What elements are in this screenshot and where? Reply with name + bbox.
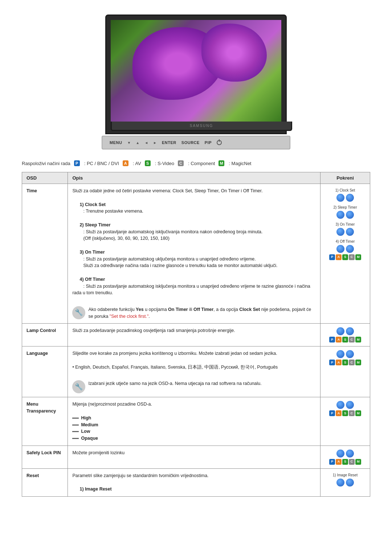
modes-section: Raspoloživi načini rada P : PC / BNC / D… xyxy=(22,160,370,166)
main-table: OSD Opis Pokreni Time Služi za odabir je… xyxy=(22,172,370,497)
language-note: 🔧 Izabrani jezik utječe samo na jezik OS… xyxy=(72,380,316,393)
monitor-controls: MENU ▼ ▲ ◄ ► ENTER SOURCE PIP xyxy=(102,136,290,149)
nav-btn-4b xyxy=(346,245,354,253)
time-note: 🔧 Ako odaberete funkciju Yes u opcijama … xyxy=(72,306,316,320)
osd-transparency: Menu Transparency xyxy=(22,397,68,446)
pascm-lamp-s: S xyxy=(342,337,348,342)
nav-btn-4a xyxy=(336,245,344,253)
pascm-safety-a: A xyxy=(336,459,342,465)
pascm-trans-a: A xyxy=(336,410,342,416)
osd-safety: Safety Lock PIN xyxy=(22,446,68,468)
modes-label: Raspoloživi načini rada xyxy=(22,161,70,166)
pascm-trans-p: P xyxy=(329,410,335,416)
nav-btn-safety-a xyxy=(336,450,344,457)
nav-btn-3b xyxy=(346,228,354,236)
pascm-trans-c: C xyxy=(349,410,355,416)
nav-btn-3a xyxy=(336,228,344,236)
badge-p: P xyxy=(74,160,80,166)
ctrl-right: ► xyxy=(153,141,157,145)
pascm-lang-s: S xyxy=(342,360,348,365)
opis-time: Služi za odabir jedne od četiri postavke… xyxy=(68,184,320,324)
ctrl-menu: MENU xyxy=(110,140,122,145)
pokreni-transparency: P A S C M xyxy=(320,397,370,446)
nav-btn-lamp-a xyxy=(336,327,344,335)
mode-s-text: : S-Video xyxy=(155,161,174,166)
nav-btn-trans-a xyxy=(336,401,344,409)
opis-language: Slijedite ove korake za promjenu jezika … xyxy=(68,346,320,397)
pascm-safety-p: P xyxy=(329,459,335,465)
ctrl-pip: PIP xyxy=(205,140,212,145)
osd-lamp: Lamp Control xyxy=(22,324,68,346)
pokreni-lamp: P A S C M xyxy=(320,324,370,346)
pascm-safety-s: S xyxy=(342,459,348,465)
nav-btn-reset-b xyxy=(346,479,354,487)
opis-safety: Možete promijeniti lozinku xyxy=(68,446,320,468)
pascm-trans-s: S xyxy=(342,410,348,416)
opis-reset: Parametri slike zamjenjuju se standardni… xyxy=(68,468,320,496)
badge-c: C xyxy=(178,160,184,166)
nav-btn-lang-b xyxy=(346,350,354,358)
pascm-c: C xyxy=(349,254,355,260)
pokreni-safety: P A S C M xyxy=(320,446,370,468)
opis-lamp: Služi za podešavanje pozadinskog osvjetl… xyxy=(68,324,320,346)
pascm-safety-c: C xyxy=(349,459,355,465)
pascm-lang-a: A xyxy=(336,360,342,365)
badge-a: A xyxy=(123,160,128,166)
samsung-label: SAMSUNG xyxy=(116,124,287,128)
osd-reset: Reset xyxy=(22,468,68,496)
pascm-lang-c: C xyxy=(349,360,355,365)
ctrl-down: ▼ xyxy=(127,141,131,145)
osd-language: Language xyxy=(22,346,68,397)
row-lamp: Lamp Control Služi za podešavanje pozadi… xyxy=(22,324,370,346)
nav-btn-lamp-b xyxy=(346,327,354,335)
pascm-a: A xyxy=(336,254,342,260)
header-pokreni: Pokreni xyxy=(320,172,370,184)
opis-transparency: Mijenja (ne)prozirnost pozadine OSD-a. H… xyxy=(68,397,320,446)
nav-btn-lang-a xyxy=(336,350,344,358)
badge-s: S xyxy=(145,160,151,166)
pascm-lang-p: P xyxy=(329,360,335,365)
pascm-m: M xyxy=(355,254,361,260)
note-icon-lang: 🔧 xyxy=(72,380,85,393)
row-language: Language Slijedite ove korake za promjen… xyxy=(22,346,370,397)
pascm-s: S xyxy=(342,254,348,260)
pascm-lamp-c: C xyxy=(349,337,355,342)
pascm-trans-m: M xyxy=(355,410,361,416)
pascm-lamp-p: P xyxy=(329,337,335,342)
nav-btn-2b xyxy=(346,211,354,219)
osd-time: Time xyxy=(22,184,68,324)
nav-btn-2a xyxy=(336,211,344,219)
mode-c-text: : Component xyxy=(188,161,215,166)
header-osd: OSD xyxy=(22,172,68,184)
ctrl-left: ◄ xyxy=(144,141,148,145)
monitor-bottom: SAMSUNG xyxy=(111,122,292,131)
monitor-screen xyxy=(111,20,281,122)
pascm-lamp-a: A xyxy=(336,337,342,342)
monitor-illustration: SAMSUNG MENU ▼ ▲ ◄ ► ENTER SOURCE PIP xyxy=(22,15,370,149)
row-time: Time Služi za odabir jedne od četiri pos… xyxy=(22,184,370,324)
pascm-p: P xyxy=(329,254,335,260)
pokreni-time: 1) Clock Set 2) Sleep Timer xyxy=(320,184,370,324)
mode-p-text: : PC / BNC / DVI xyxy=(84,161,119,166)
pascm-safety-m: M xyxy=(355,459,361,465)
nav-btn-trans-b xyxy=(346,401,354,409)
pokreni-reset: 1) Image Reset xyxy=(320,468,370,496)
monitor-body: SAMSUNG xyxy=(105,15,287,134)
ctrl-power xyxy=(217,140,222,145)
pascm-lang-m: M xyxy=(355,360,361,365)
badge-m: M xyxy=(219,160,224,166)
nav-btn-reset-a xyxy=(336,479,344,487)
header-opis: Opis xyxy=(68,172,320,184)
note-icon-time: 🔧 xyxy=(72,306,85,319)
ctrl-source: SOURCE xyxy=(181,140,200,145)
pascm-lamp-m: M xyxy=(355,337,361,342)
nav-btn-1b xyxy=(346,194,354,202)
ctrl-up: ▲ xyxy=(136,141,139,145)
ctrl-enter: ENTER xyxy=(162,140,176,145)
row-menu-transparency: Menu Transparency Mijenja (ne)prozirnost… xyxy=(22,397,370,446)
mode-m-text: : MagicNet xyxy=(229,161,251,166)
row-safety-lock: Safety Lock PIN Možete promijeniti lozin… xyxy=(22,446,370,468)
row-reset: Reset Parametri slike zamjenjuju se stan… xyxy=(22,468,370,496)
nav-btn-1a xyxy=(336,194,344,202)
mode-a-text: : AV xyxy=(133,161,141,166)
